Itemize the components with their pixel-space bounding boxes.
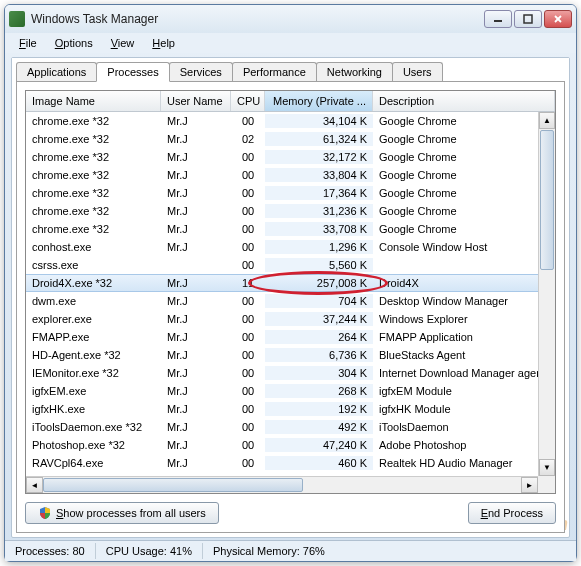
menu-options[interactable]: Options [47,35,101,51]
table-row[interactable]: FMAPP.exeMr.J00264 KFMAPP Application [26,328,538,346]
cell-user: Mr.J [161,168,231,182]
tab-services[interactable]: Services [169,62,233,81]
cell-desc: iToolsDaemon [373,420,538,434]
table-row[interactable]: chrome.exe *32Mr.J0034,104 KGoogle Chrom… [26,112,538,130]
table-row[interactable]: chrome.exe *32Mr.J0032,172 KGoogle Chrom… [26,148,538,166]
tab-performance[interactable]: Performance [232,62,317,81]
cell-user: Mr.J [161,384,231,398]
cell-cpu: 00 [231,366,265,380]
menu-help[interactable]: Help [144,35,183,51]
minimize-button[interactable] [484,10,512,28]
end-process-label: End Process [481,507,543,519]
cell-cpu: 00 [231,240,265,254]
cell-name: dwm.exe [26,294,161,308]
col-header-description[interactable]: Description [373,91,555,111]
cell-cpu: 00 [231,456,265,470]
cell-user: Mr.J [161,132,231,146]
table-row[interactable]: Photoshop.exe *32Mr.J0047,240 KAdobe Pho… [26,436,538,454]
end-process-button[interactable]: End Process [468,502,556,524]
titlebar[interactable]: Windows Task Manager [5,5,576,33]
col-header-memory[interactable]: Memory (Private ... [265,91,373,111]
cell-mem: 34,104 K [265,114,373,128]
tab-applications[interactable]: Applications [16,62,97,81]
cell-user: Mr.J [161,420,231,434]
table-row[interactable]: csrss.exe005,560 K [26,256,538,274]
cell-desc: Google Chrome [373,150,538,164]
cell-name: Photoshop.exe *32 [26,438,161,452]
cell-user: Mr.J [161,402,231,416]
vscroll-thumb[interactable] [540,130,554,270]
cell-name: conhost.exe [26,240,161,254]
cell-mem: 33,804 K [265,168,373,182]
table-row[interactable]: iToolsDaemon.exe *32Mr.J00492 KiToolsDae… [26,418,538,436]
cell-desc: Droid4X [373,276,538,290]
tabstrip: Applications Processes Services Performa… [12,58,569,81]
table-row[interactable]: chrome.exe *32Mr.J0031,236 KGoogle Chrom… [26,202,538,220]
table-row[interactable]: chrome.exe *32Mr.J0033,708 KGoogle Chrom… [26,220,538,238]
table-row[interactable]: igfxEM.exeMr.J00268 KigfxEM Module [26,382,538,400]
table-row[interactable]: IEMonitor.exe *32Mr.J00304 KInternet Dow… [26,364,538,382]
table-row[interactable]: chrome.exe *32Mr.J0033,804 KGoogle Chrom… [26,166,538,184]
table-row[interactable]: dwm.exeMr.J00704 KDesktop Window Manager [26,292,538,310]
hscroll-thumb[interactable] [43,478,303,492]
table-row[interactable]: igfxHK.exeMr.J00192 KigfxHK Module [26,400,538,418]
window-controls [484,10,572,28]
cell-cpu: 00 [231,438,265,452]
scroll-right-button[interactable]: ► [521,477,538,493]
tab-processes[interactable]: Processes [96,62,169,82]
table-row[interactable]: explorer.exeMr.J0037,244 KWindows Explor… [26,310,538,328]
cell-user: Mr.J [161,366,231,380]
cell-name: chrome.exe *32 [26,114,161,128]
menu-view[interactable]: View [103,35,143,51]
scroll-up-button[interactable]: ▲ [539,112,555,129]
scroll-corner [538,476,555,493]
cell-mem: 31,236 K [265,204,373,218]
cell-cpu: 00 [231,258,265,272]
cell-mem: 268 K [265,384,373,398]
table-row[interactable]: chrome.exe *32Mr.J0017,364 KGoogle Chrom… [26,184,538,202]
cell-user: Mr.J [161,186,231,200]
cell-name: chrome.exe *32 [26,150,161,164]
task-manager-window: Windows Task Manager File Options View H… [4,4,577,562]
menu-file[interactable]: File [11,35,45,51]
cell-desc: Google Chrome [373,132,538,146]
cell-name: Droid4X.exe *32 [26,276,161,290]
cell-name: csrss.exe [26,258,161,272]
close-button[interactable] [544,10,572,28]
cell-name: iToolsDaemon.exe *32 [26,420,161,434]
cell-mem: 704 K [265,294,373,308]
cell-cpu: 00 [231,294,265,308]
listview-rows[interactable]: chrome.exe *32Mr.J0034,104 KGoogle Chrom… [26,112,538,476]
tab-users[interactable]: Users [392,62,443,81]
cell-desc: Console Window Host [373,240,538,254]
table-row[interactable]: RAVCpl64.exeMr.J00460 KRealtek HD Audio … [26,454,538,472]
cell-mem: 264 K [265,330,373,344]
show-all-processes-button[interactable]: Show processes from all users [25,502,219,524]
scroll-left-button[interactable]: ◄ [26,477,43,493]
maximize-button[interactable] [514,10,542,28]
cell-desc: Realtek HD Audio Manager [373,456,538,470]
table-row[interactable]: HD-Agent.exe *32Mr.J006,736 KBlueStacks … [26,346,538,364]
cell-name: chrome.exe *32 [26,186,161,200]
horizontal-scrollbar[interactable]: ◄ ► [26,476,538,493]
col-header-cpu[interactable]: CPU [231,91,265,111]
table-row[interactable]: conhost.exeMr.J001,296 KConsole Window H… [26,238,538,256]
cell-name: HD-Agent.exe *32 [26,348,161,362]
tab-networking[interactable]: Networking [316,62,393,81]
cell-mem: 32,172 K [265,150,373,164]
status-memory: Physical Memory: 76% [203,543,576,559]
vertical-scrollbar[interactable]: ▲ ▼ [538,112,555,476]
status-cpu: CPU Usage: 41% [96,543,203,559]
cell-name: igfxEM.exe [26,384,161,398]
listview-body: chrome.exe *32Mr.J0034,104 KGoogle Chrom… [26,112,555,493]
col-header-user-name[interactable]: User Name [161,91,231,111]
col-header-image-name[interactable]: Image Name [26,91,161,111]
table-row[interactable]: Droid4X.exe *32Mr.J11257,008 KDroid4X [26,274,538,292]
table-row[interactable]: chrome.exe *32Mr.J0261,324 KGoogle Chrom… [26,130,538,148]
cell-name: igfxHK.exe [26,402,161,416]
cell-user: Mr.J [161,276,231,290]
cell-mem: 47,240 K [265,438,373,452]
client-area: Applications Processes Services Performa… [11,57,570,538]
scroll-down-button[interactable]: ▼ [539,459,555,476]
cell-mem: 192 K [265,402,373,416]
